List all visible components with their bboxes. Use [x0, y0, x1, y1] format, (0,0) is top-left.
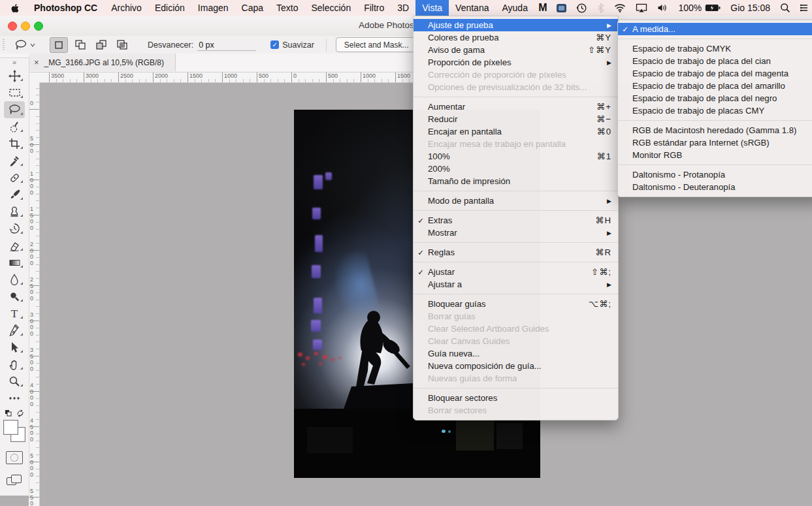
crop-tool[interactable] [0, 135, 29, 152]
pen-tool[interactable] [0, 322, 29, 339]
menu-item-encajar-en-pantalla[interactable]: Encajar en pantalla⌘0 [414, 125, 618, 138]
submenu-item-espacio-de-trabajo-de-placa-del-amarillo[interactable]: Espacio de trabajo de placa del amarillo [618, 80, 812, 92]
clone-stamp-tool[interactable] [0, 203, 29, 220]
menu-item-mostrar[interactable]: Mostrar▶ [414, 227, 618, 239]
menu-edición[interactable]: Edición [148, 0, 191, 16]
submenu-item-espacio-de-trabajo-de-placa-del-cian[interactable]: Espacio de trabajo de placa del cian [618, 55, 812, 67]
marquee-tool[interactable] [0, 84, 29, 101]
healing-brush-tool[interactable] [0, 169, 29, 186]
menu-item-reglas[interactable]: ✓Reglas⌘R [414, 246, 618, 259]
volume-icon[interactable] [657, 3, 668, 12]
select-and-mask-button[interactable]: Select and Mask... [336, 37, 417, 52]
submenu-item-espacio-de-trabajo-de-placas-cmy[interactable]: Espacio de trabajo de placas CMY [618, 104, 812, 117]
menu-item-colores-de-prueba[interactable]: Colores de prueba⌘Y [414, 31, 618, 44]
menu-item-aviso-de-gama[interactable]: Aviso de gama⇧⌘Y [414, 44, 618, 56]
blur-tool[interactable] [0, 271, 29, 288]
zoom-tool[interactable] [0, 373, 29, 390]
bluetooth-icon[interactable] [597, 3, 604, 13]
history-brush-tool[interactable] [0, 220, 29, 237]
dodge-tool[interactable] [0, 288, 29, 305]
add-to-selection-mode-button[interactable] [72, 37, 89, 52]
menu-3d[interactable]: 3D [391, 0, 415, 16]
time-machine-icon[interactable] [576, 3, 587, 14]
menu-vista[interactable]: Vista [415, 0, 449, 16]
menu-item-ajustar-a[interactable]: Ajustar a▶ [414, 278, 618, 291]
menu-capa[interactable]: Capa [235, 0, 270, 16]
submenu-item-rgb-est-ndar-para-internet-srgb[interactable]: RGB estándar para Internet (sRGB) [618, 136, 812, 149]
menu-bar-clock[interactable]: Gio 15:08 [730, 3, 770, 13]
options-bar-grip[interactable] [3, 39, 5, 51]
apple-menu[interactable] [0, 3, 27, 14]
wifi-icon[interactable] [614, 3, 626, 12]
foreground-color-swatch[interactable] [3, 420, 18, 435]
document-tab[interactable]: × _MG_3166.JPG al 10,5% (RGB/8) [29, 54, 176, 71]
vertical-ruler[interactable]: 5 0 005 0 01 0 0 01 5 0 02 0 0 02 5 0 03… [29, 82, 40, 506]
menu-item-nueva-composici-n-de-gu-a[interactable]: Nueva composición de guía... [414, 360, 618, 372]
feather-input[interactable]: 0 px [197, 39, 256, 51]
color-swatches[interactable] [3, 420, 25, 442]
submenu-item-monitor-rgb[interactable]: Monitor RGB [618, 149, 812, 161]
menu-filtro[interactable]: Filtro [357, 0, 391, 16]
search-icon[interactable] [780, 3, 790, 13]
submenu-item-espacio-de-trabajo-de-placa-del-magenta[interactable]: Espacio de trabajo de placa del magenta [618, 67, 812, 80]
quick-mask-button[interactable] [6, 451, 23, 464]
close-window-button[interactable] [8, 22, 17, 31]
submenu-item-espacio-de-trabajo-de-placa-del-negro[interactable]: Espacio de trabajo de placa del negro [618, 92, 812, 104]
menu-item-tama-o-de-impresi-n[interactable]: Tamaño de impresión [414, 175, 618, 187]
move-tool[interactable] [0, 67, 29, 84]
menu-item-100%[interactable]: 100%⌘1 [414, 150, 618, 163]
eyedropper-tool[interactable] [0, 152, 29, 169]
screen-mode-button[interactable] [7, 475, 22, 486]
submenu-item-daltonismo-deuteranop-a[interactable]: Daltonismo - Deuteranopía [618, 181, 812, 193]
menu-photoshop-cc[interactable]: Photoshop CC [27, 0, 105, 16]
menu-item-gu-a-nueva[interactable]: Guía nueva... [414, 347, 618, 360]
malwarebytes-icon[interactable]: M [538, 2, 547, 14]
collapse-palette-button[interactable]: » [0, 58, 29, 67]
path-selection-tool[interactable] [0, 339, 29, 356]
menu-selección[interactable]: Selección [304, 0, 357, 16]
tools-palette: » T [0, 57, 29, 496]
gradient-tool[interactable] [0, 254, 29, 271]
menu-archivo[interactable]: Archivo [105, 0, 148, 16]
quick-selection-tool[interactable] [0, 118, 29, 135]
photos-app-icon[interactable] [557, 4, 566, 12]
submenu-item-daltonismo-protanop-a[interactable]: Daltonismo - Protanopía [618, 168, 812, 181]
menu-item-200%[interactable]: 200% [414, 163, 618, 175]
default-colors-icon[interactable] [5, 409, 12, 417]
menu-texto[interactable]: Texto [270, 0, 304, 16]
menu-item-modo-de-pantalla[interactable]: Modo de pantalla▶ [414, 195, 618, 207]
tool-preset-picker[interactable] [14, 39, 35, 51]
ellipsis-more-tools[interactable] [0, 390, 29, 407]
type-tool[interactable]: T [0, 305, 29, 322]
menu-item-reducir[interactable]: Reducir⌘− [414, 113, 618, 125]
menu-ayuda[interactable]: Ayuda [495, 0, 534, 16]
subtract-from-selection-mode-button[interactable] [93, 37, 110, 52]
menu-item-bloquear-sectores[interactable]: Bloquear sectores [414, 392, 618, 404]
submenu-item-espacio-de-trabajo-cmyk[interactable]: Espacio de trabajo CMYK [618, 42, 812, 55]
swap-colors-icon[interactable] [16, 409, 24, 417]
menu-item-aumentar[interactable]: Aumentar⌘+ [414, 101, 618, 113]
zoom-window-button[interactable] [34, 22, 43, 31]
submenu-item-a-medida[interactable]: ✓A medida... [618, 23, 812, 35]
notification-center-icon[interactable] [800, 3, 808, 12]
airplay-icon[interactable] [636, 3, 647, 13]
menu-imagen[interactable]: Imagen [191, 0, 235, 16]
brush-tool[interactable] [0, 186, 29, 203]
menu-item-proporci-n-de-p-xeles[interactable]: Proporción de píxeles▶ [414, 56, 618, 69]
menu-item-extras[interactable]: ✓Extras⌘H [414, 214, 618, 227]
hand-tool[interactable] [0, 356, 29, 373]
minimize-window-button[interactable] [21, 22, 30, 31]
submenu-item-rgb-de-macintosh-heredado-gamma-1-8[interactable]: RGB de Macintosh heredado (Gamma 1.8) [618, 124, 812, 136]
eraser-tool[interactable] [0, 237, 29, 254]
close-tab-icon[interactable]: × [34, 57, 39, 67]
menu-item-label: 100% [428, 151, 589, 161]
menu-ventana[interactable]: Ventana [449, 0, 495, 16]
menu-item-ajuste-de-prueba[interactable]: Ajuste de prueba▶ [414, 19, 618, 31]
intersect-selection-mode-button[interactable] [114, 37, 131, 52]
new-selection-mode-button[interactable] [50, 37, 68, 53]
lasso-tool[interactable] [0, 101, 29, 118]
battery-icon[interactable] [705, 4, 721, 12]
antialias-checkbox[interactable]: ✓ [270, 40, 279, 49]
menu-item-bloquear-gu-as[interactable]: Bloquear guías⌥⌘; [414, 298, 618, 310]
menu-item-ajustar[interactable]: ✓Ajustar⇧⌘; [414, 266, 618, 278]
